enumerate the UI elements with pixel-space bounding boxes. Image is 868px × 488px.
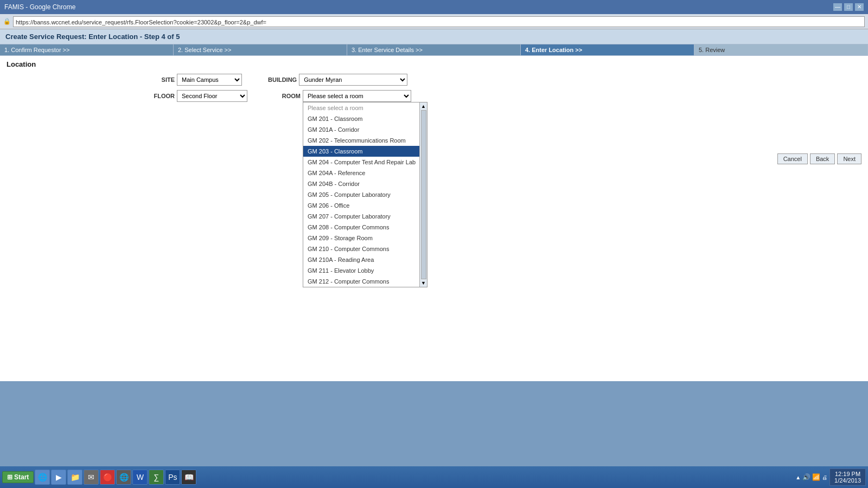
taskbar: ⊞ Start 🌐 ▶ 📁 ✉ 🔴 🌐 W ∑ Ps 📖 ▲ 🔊 📶 🖨 12:… — [0, 466, 868, 488]
floor-label: FLOOR — [148, 93, 175, 99]
location-section: Location SITE Main Campus BUILDING Gunde… — [0, 56, 868, 111]
room-option[interactable]: GM 208 - Computer Commons — [303, 222, 427, 233]
room-select[interactable]: Please select a room — [303, 90, 411, 102]
clock-time: 12:19 PM — [834, 471, 861, 477]
site-label: SITE — [148, 76, 175, 83]
room-label: ROOM — [273, 93, 301, 99]
action-buttons: Cancel Back Next — [777, 153, 861, 164]
page-header-bar: Create Service Request: Enter Location -… — [0, 29, 868, 44]
room-option[interactable]: GM 201A - Corridor — [303, 124, 427, 135]
close-button[interactable]: ✕ — [855, 3, 864, 11]
room-dropdown-container: Please select a room Please select a roo… — [303, 90, 411, 102]
room-option[interactable]: GM 212 - Computer Commons — [303, 276, 427, 287]
taskbar-ie-icon[interactable]: 🌐 — [35, 470, 50, 485]
step-3[interactable]: 3. Enter Service Details >> — [347, 44, 521, 55]
taskbar-app2-icon[interactable]: 📖 — [181, 470, 196, 485]
room-option[interactable]: GM 209 - Storage Room — [303, 233, 427, 243]
taskbar-app1-icon[interactable]: 🔴 — [100, 470, 115, 485]
building-select[interactable]: Gunder Myran — [299, 74, 407, 86]
floor-room-row: FLOOR Second Floor ROOM Please select a … — [7, 90, 861, 102]
step-1[interactable]: 1. Confirm Requestor >> — [0, 44, 174, 55]
room-option[interactable]: GM 204A - Reference — [303, 168, 427, 178]
room-option[interactable]: GM 202 - Telecommunications Room — [303, 135, 427, 146]
taskbar-calc-icon[interactable]: ∑ — [149, 470, 164, 485]
room-option[interactable]: GM 204B - Corridor — [303, 178, 427, 189]
room-option[interactable]: GM 211 - Elevator Lobby — [303, 265, 427, 276]
scroll-up-arrow[interactable]: ▲ — [421, 104, 426, 109]
taskbar-chrome-icon[interactable]: 🌐 — [116, 470, 131, 485]
page-title: Create Service Request: Enter Location -… — [5, 33, 863, 41]
building-label: BUILDING — [268, 76, 297, 83]
taskbar-sys-icons: ▲ 🔊 📶 🖨 — [795, 473, 827, 481]
back-button[interactable]: Back — [810, 153, 835, 164]
room-option[interactable]: GM 201 - Classroom — [303, 113, 427, 124]
cancel-button[interactable]: Cancel — [777, 153, 808, 164]
step-2[interactable]: 2. Select Service >> — [174, 44, 347, 55]
room-option[interactable]: GM 203 - Classroom — [303, 146, 427, 157]
start-button[interactable]: ⊞ Start — [2, 471, 34, 483]
room-dropdown-list: Please select a roomGM 201 - ClassroomGM… — [303, 102, 427, 287]
room-option[interactable]: GM 206 - Office — [303, 200, 427, 211]
floor-select[interactable]: Second Floor — [177, 90, 247, 102]
ssl-lock-icon: 🔒 — [3, 18, 11, 25]
step-indicator: 1. Confirm Requestor >> 2. Select Servic… — [0, 44, 868, 56]
maximize-button[interactable]: □ — [844, 3, 853, 11]
step-4[interactable]: 4. Enter Location >> — [521, 44, 694, 55]
taskbar-printer-icon[interactable]: 🖨 — [822, 474, 827, 480]
room-option[interactable]: GM 210A - Reading Area — [303, 254, 427, 265]
page-wrapper: Create Service Request: Enter Location -… — [0, 29, 868, 381]
room-option[interactable]: GM 205 - Computer Laboratory — [303, 189, 427, 200]
scroll-down-arrow[interactable]: ▼ — [421, 280, 426, 286]
address-bar: 🔒 https://banss.wccnet.edu/service_reque… — [0, 14, 868, 29]
main-content: Location SITE Main Campus BUILDING Gunde… — [0, 56, 868, 381]
taskbar-right: ▲ 🔊 📶 🖨 12:19 PM 1/24/2013 — [795, 468, 866, 486]
taskbar-arrow-icon: ▲ — [795, 474, 801, 480]
url-bar[interactable]: https://banss.wccnet.edu/service_request… — [13, 16, 865, 27]
window-controls[interactable]: — □ ✕ — [833, 3, 864, 11]
location-heading: Location — [7, 60, 861, 68]
taskbar-ps-icon[interactable]: Ps — [165, 470, 180, 485]
room-dropdown-scroll[interactable]: Please select a roomGM 201 - ClassroomGM… — [303, 102, 427, 287]
room-option[interactable]: GM 207 - Computer Laboratory — [303, 211, 427, 222]
taskbar-word-icon[interactable]: W — [132, 470, 148, 485]
taskbar-email-icon[interactable]: ✉ — [84, 470, 99, 485]
site-select[interactable]: Main Campus — [177, 74, 242, 86]
taskbar-network-icon[interactable]: 📶 — [812, 473, 820, 481]
next-button[interactable]: Next — [837, 153, 861, 164]
taskbar-media-icon[interactable]: ▶ — [51, 470, 66, 485]
taskbar-speaker-icon[interactable]: 🔊 — [802, 473, 810, 481]
step-5[interactable]: 5. Review — [694, 44, 868, 55]
browser-title: FAMIS - Google Chrome — [4, 3, 75, 11]
room-option[interactable]: GM 210 - Computer Commons — [303, 243, 427, 254]
site-building-row: SITE Main Campus BUILDING Gunder Myran — [7, 74, 861, 86]
browser-titlebar: FAMIS - Google Chrome — □ ✕ — [0, 0, 868, 14]
taskbar-folder-icon[interactable]: 📁 — [67, 470, 82, 485]
room-option[interactable]: Please select a room — [303, 102, 427, 113]
room-option[interactable]: GM 204 - Computer Test And Repair Lab — [303, 157, 427, 168]
windows-icon: ⊞ — [7, 473, 12, 481]
taskbar-clock[interactable]: 12:19 PM 1/24/2013 — [829, 468, 866, 486]
clock-date: 1/24/2013 — [834, 477, 861, 484]
minimize-button[interactable]: — — [833, 3, 842, 11]
